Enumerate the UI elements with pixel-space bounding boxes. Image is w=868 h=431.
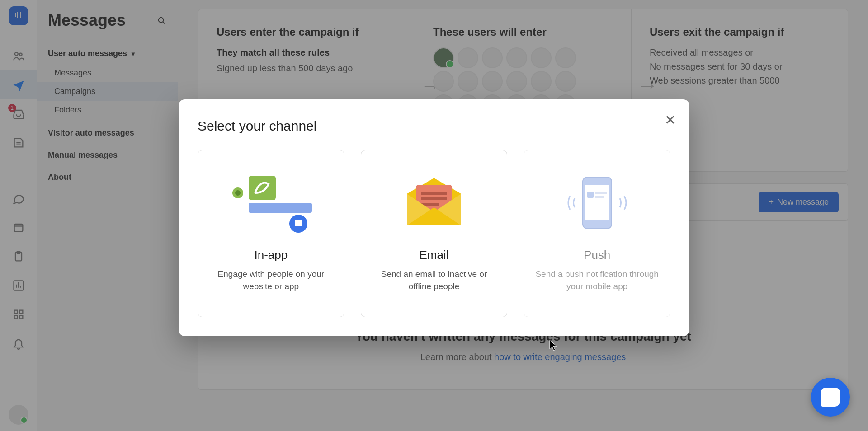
- inapp-title: In-app: [254, 248, 288, 262]
- chat-icon: [821, 388, 840, 407]
- email-title: Email: [420, 248, 449, 262]
- svg-rect-15: [249, 176, 276, 200]
- svg-rect-22: [421, 192, 447, 195]
- channel-card-push: Push Send a push notification through yo…: [524, 150, 670, 317]
- email-illustration: [402, 167, 466, 239]
- inapp-desc: Engage with people on your website or ap…: [209, 268, 333, 292]
- svg-rect-24: [421, 203, 439, 206]
- svg-point-17: [235, 190, 241, 196]
- chat-fab[interactable]: [811, 378, 850, 417]
- modal-title: Select your channel: [198, 118, 670, 134]
- svg-rect-28: [595, 192, 607, 194]
- select-channel-modal: Select your channel ✕ In-app Engage: [179, 99, 689, 336]
- push-illustration: [561, 167, 633, 239]
- svg-rect-23: [421, 197, 447, 200]
- svg-rect-29: [595, 196, 604, 198]
- push-title: Push: [584, 248, 610, 262]
- svg-rect-18: [249, 203, 312, 213]
- inapp-illustration: [228, 167, 314, 239]
- svg-rect-20: [295, 220, 302, 226]
- email-desc: Send an email to inactive or offline peo…: [372, 268, 496, 292]
- push-desc: Send a push notification through your mo…: [535, 268, 659, 292]
- channel-cards: In-app Engage with people on your websit…: [198, 150, 670, 317]
- close-icon[interactable]: ✕: [665, 112, 676, 128]
- svg-rect-27: [587, 192, 594, 198]
- modal-overlay[interactable]: Select your channel ✕ In-app Engage: [0, 0, 868, 431]
- svg-rect-26: [585, 185, 609, 220]
- channel-card-email[interactable]: Email Send an email to inactive or offli…: [361, 150, 508, 317]
- channel-card-inapp[interactable]: In-app Engage with people on your websit…: [198, 150, 344, 317]
